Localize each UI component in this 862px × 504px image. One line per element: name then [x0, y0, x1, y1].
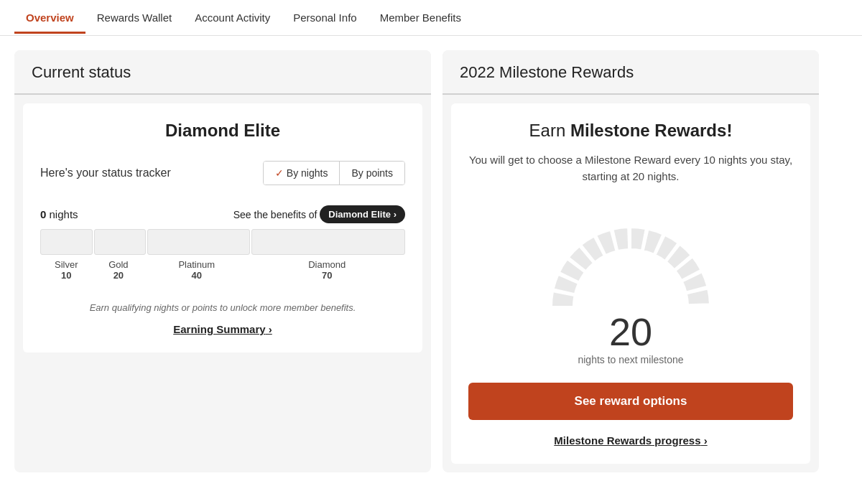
- progress-bar: [40, 229, 405, 255]
- navigation: Overview Rewards Wallet Account Activity…: [0, 0, 862, 36]
- nav-item-account-activity[interactable]: Account Activity: [183, 1, 282, 34]
- current-status-header: Current status: [14, 50, 431, 95]
- nav-item-rewards-wallet[interactable]: Rewards Wallet: [85, 1, 183, 34]
- milestone-title: Earn Milestone Rewards!: [468, 121, 793, 141]
- benefits-text: See the benefits of: [233, 209, 318, 220]
- tier-gold: Gold20: [93, 259, 145, 281]
- silver-segment: [40, 229, 93, 255]
- nav-item-member-benefits[interactable]: Member Benefits: [369, 1, 473, 34]
- nav-item-personal-info[interactable]: Personal Info: [282, 1, 368, 34]
- diamond-segment: [251, 229, 405, 255]
- gauge-arc-final: [548, 222, 713, 314]
- see-reward-options-button[interactable]: See reward options: [468, 383, 793, 420]
- main-content: Current status Diamond Elite Here's your…: [0, 36, 833, 487]
- gold-segment: [94, 229, 147, 255]
- tracker-label: Here's your status tracker: [40, 167, 171, 179]
- earning-summary-link[interactable]: Earning Summary: [40, 323, 405, 335]
- milestone-description: You will get to choose a Milestone Rewar…: [468, 152, 793, 185]
- nights-row: 0 nights See the benefits of Diamond Eli…: [40, 205, 405, 223]
- milestone-rewards-header: 2022 Milestone Rewards: [442, 50, 819, 95]
- nav-item-overview[interactable]: Overview: [14, 1, 85, 34]
- view-toggle: ✓By nights By points: [263, 161, 405, 185]
- by-points-toggle[interactable]: By points: [340, 162, 404, 185]
- benefits-link: See the benefits of Diamond Elite: [233, 205, 405, 223]
- tier-silver: Silver10: [40, 259, 93, 281]
- tier-labels: Silver10 Gold20 Platinum40 Diamond70: [40, 259, 405, 281]
- milestone-rewards-body: Earn Milestone Rewards! You will get to …: [451, 103, 810, 464]
- tier-platinum: Platinum40: [144, 259, 249, 281]
- current-status-card: Current status Diamond Elite Here's your…: [14, 50, 431, 472]
- earn-note: Earn qualifying nights or points to unlo…: [40, 302, 405, 313]
- by-nights-toggle[interactable]: ✓By nights: [264, 162, 340, 185]
- gauge-subtitle: nights to next milestone: [468, 354, 793, 365]
- current-status-body: Diamond Elite Here's your status tracker…: [23, 103, 422, 353]
- platinum-segment: [147, 229, 250, 255]
- gauge-number: 20: [468, 309, 793, 354]
- milestone-rewards-card: 2022 Milestone Rewards Earn Milestone Re…: [442, 50, 819, 472]
- status-title: Diamond Elite: [40, 121, 405, 141]
- diamond-elite-badge[interactable]: Diamond Elite: [320, 205, 405, 223]
- milestone-progress-link[interactable]: Milestone Rewards progress: [468, 434, 793, 447]
- tier-diamond: Diamond70: [249, 259, 405, 281]
- tracker-row: Here's your status tracker ✓By nights By…: [40, 161, 405, 185]
- check-icon: ✓: [275, 167, 284, 179]
- nights-count: 0 nights: [40, 208, 78, 220]
